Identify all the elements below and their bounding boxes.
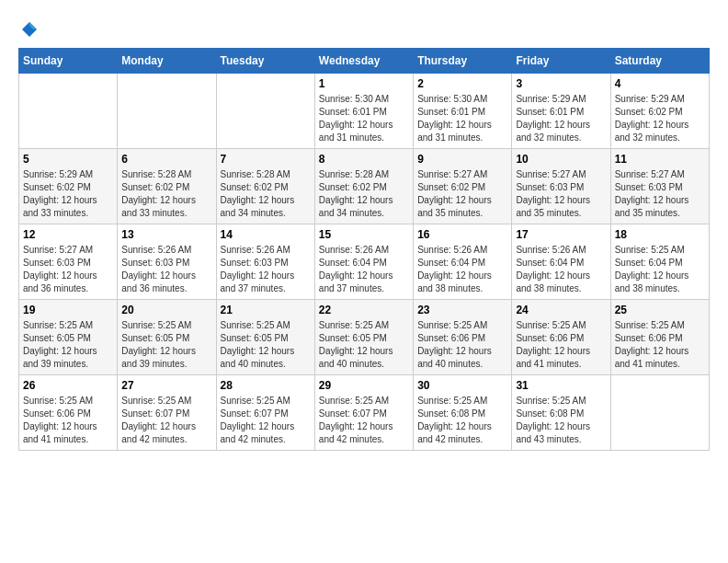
- day-number: 3: [516, 77, 606, 90]
- calendar-cell: 30Sunrise: 5:25 AMSunset: 6:08 PMDayligh…: [414, 374, 512, 450]
- day-info: Sunrise: 5:26 AMSunset: 6:04 PMDaylight:…: [516, 244, 606, 295]
- logo: [18, 18, 39, 39]
- day-info: Sunrise: 5:28 AMSunset: 6:02 PMDaylight:…: [319, 168, 409, 220]
- day-info: Sunrise: 5:30 AMSunset: 6:01 PMDaylight:…: [417, 93, 507, 144]
- weekday-header-tuesday: Tuesday: [216, 48, 314, 73]
- day-number: 20: [121, 304, 211, 316]
- day-number: 12: [23, 228, 113, 241]
- day-info: Sunrise: 5:29 AMSunset: 6:01 PMDaylight:…: [516, 93, 606, 144]
- calendar-cell: 4Sunrise: 5:29 AMSunset: 6:02 PMDaylight…: [610, 73, 709, 148]
- calendar-cell: 7Sunrise: 5:28 AMSunset: 6:02 PMDaylight…: [216, 148, 314, 224]
- calendar-cell: 24Sunrise: 5:25 AMSunset: 6:06 PMDayligh…: [512, 299, 610, 374]
- day-number: 11: [615, 153, 705, 166]
- day-info: Sunrise: 5:25 AMSunset: 6:06 PMDaylight:…: [23, 395, 113, 446]
- day-number: 29: [319, 379, 409, 392]
- day-number: 31: [516, 379, 606, 392]
- day-number: 23: [417, 304, 507, 316]
- calendar-cell: [19, 73, 118, 148]
- calendar-cell: 18Sunrise: 5:25 AMSunset: 6:04 PMDayligh…: [610, 224, 709, 299]
- calendar-cell: 12Sunrise: 5:27 AMSunset: 6:03 PMDayligh…: [19, 224, 118, 299]
- calendar-cell: 17Sunrise: 5:26 AMSunset: 6:04 PMDayligh…: [512, 224, 610, 299]
- calendar-week-5: 26Sunrise: 5:25 AMSunset: 6:06 PMDayligh…: [19, 374, 710, 450]
- calendar-week-2: 5Sunrise: 5:29 AMSunset: 6:02 PMDaylight…: [19, 148, 710, 224]
- day-number: 10: [516, 153, 606, 166]
- day-info: Sunrise: 5:29 AMSunset: 6:02 PMDaylight:…: [23, 168, 113, 220]
- day-info: Sunrise: 5:25 AMSunset: 6:07 PMDaylight:…: [319, 395, 409, 446]
- day-number: 21: [221, 304, 311, 316]
- weekday-header-saturday: Saturday: [610, 48, 709, 73]
- calendar-cell: 2Sunrise: 5:30 AMSunset: 6:01 PMDaylight…: [414, 73, 512, 148]
- day-number: 19: [23, 304, 113, 316]
- calendar-cell: 28Sunrise: 5:25 AMSunset: 6:07 PMDayligh…: [216, 374, 314, 450]
- day-info: Sunrise: 5:26 AMSunset: 6:04 PMDaylight:…: [319, 244, 409, 295]
- day-number: 13: [121, 228, 211, 241]
- day-number: 9: [417, 153, 507, 166]
- calendar-cell: 25Sunrise: 5:25 AMSunset: 6:06 PMDayligh…: [610, 299, 709, 374]
- day-info: Sunrise: 5:27 AMSunset: 6:03 PMDaylight:…: [615, 168, 705, 220]
- calendar-header-row: SundayMondayTuesdayWednesdayThursdayFrid…: [19, 48, 710, 73]
- day-info: Sunrise: 5:25 AMSunset: 6:05 PMDaylight:…: [221, 319, 311, 371]
- calendar-cell: 9Sunrise: 5:27 AMSunset: 6:02 PMDaylight…: [414, 148, 512, 224]
- day-info: Sunrise: 5:28 AMSunset: 6:02 PMDaylight:…: [121, 168, 211, 220]
- calendar-cell: 13Sunrise: 5:26 AMSunset: 6:03 PMDayligh…: [118, 224, 216, 299]
- day-number: 27: [121, 379, 211, 392]
- day-number: 18: [615, 228, 705, 241]
- calendar-cell: 21Sunrise: 5:25 AMSunset: 6:05 PMDayligh…: [216, 299, 314, 374]
- calendar-cell: 14Sunrise: 5:26 AMSunset: 6:03 PMDayligh…: [216, 224, 314, 299]
- calendar-cell: 1Sunrise: 5:30 AMSunset: 6:01 PMDaylight…: [314, 73, 413, 148]
- calendar-cell: [216, 73, 314, 148]
- calendar-table: SundayMondayTuesdayWednesdayThursdayFrid…: [18, 48, 710, 451]
- day-number: 25: [615, 304, 705, 316]
- day-number: 26: [23, 379, 113, 392]
- day-info: Sunrise: 5:25 AMSunset: 6:05 PMDaylight:…: [319, 319, 409, 371]
- day-number: 30: [417, 379, 507, 392]
- calendar-cell: 10Sunrise: 5:27 AMSunset: 6:03 PMDayligh…: [512, 148, 610, 224]
- calendar-cell: 11Sunrise: 5:27 AMSunset: 6:03 PMDayligh…: [610, 148, 709, 224]
- weekday-header-thursday: Thursday: [414, 48, 512, 73]
- day-info: Sunrise: 5:27 AMSunset: 6:03 PMDaylight:…: [23, 244, 113, 295]
- calendar-cell: 6Sunrise: 5:28 AMSunset: 6:02 PMDaylight…: [118, 148, 216, 224]
- day-info: Sunrise: 5:30 AMSunset: 6:01 PMDaylight:…: [319, 93, 409, 144]
- day-number: 16: [417, 228, 507, 241]
- day-info: Sunrise: 5:27 AMSunset: 6:02 PMDaylight:…: [417, 168, 507, 220]
- day-info: Sunrise: 5:25 AMSunset: 6:08 PMDaylight:…: [417, 395, 507, 446]
- calendar-week-3: 12Sunrise: 5:27 AMSunset: 6:03 PMDayligh…: [19, 224, 710, 299]
- calendar-cell: 26Sunrise: 5:25 AMSunset: 6:06 PMDayligh…: [19, 374, 118, 450]
- calendar-week-1: 1Sunrise: 5:30 AMSunset: 6:01 PMDaylight…: [19, 73, 710, 148]
- day-info: Sunrise: 5:25 AMSunset: 6:07 PMDaylight:…: [121, 395, 211, 446]
- calendar-cell: 3Sunrise: 5:29 AMSunset: 6:01 PMDaylight…: [512, 73, 610, 148]
- calendar-cell: 16Sunrise: 5:26 AMSunset: 6:04 PMDayligh…: [414, 224, 512, 299]
- weekday-header-monday: Monday: [118, 48, 216, 73]
- weekday-header-sunday: Sunday: [19, 48, 118, 73]
- calendar-cell: 31Sunrise: 5:25 AMSunset: 6:08 PMDayligh…: [512, 374, 610, 450]
- day-info: Sunrise: 5:26 AMSunset: 6:04 PMDaylight:…: [417, 244, 507, 295]
- day-number: 5: [23, 153, 113, 166]
- day-info: Sunrise: 5:25 AMSunset: 6:05 PMDaylight:…: [23, 319, 113, 371]
- logo-icon: [20, 20, 39, 39]
- day-number: 2: [417, 77, 507, 90]
- day-number: 1: [319, 77, 409, 90]
- day-info: Sunrise: 5:29 AMSunset: 6:02 PMDaylight:…: [615, 93, 705, 144]
- day-number: 7: [221, 153, 311, 166]
- calendar-cell: 5Sunrise: 5:29 AMSunset: 6:02 PMDaylight…: [19, 148, 118, 224]
- weekday-header-friday: Friday: [512, 48, 610, 73]
- day-number: 6: [121, 153, 211, 166]
- day-info: Sunrise: 5:25 AMSunset: 6:07 PMDaylight:…: [221, 395, 311, 446]
- day-number: 17: [516, 228, 606, 241]
- day-number: 14: [221, 228, 311, 241]
- day-info: Sunrise: 5:25 AMSunset: 6:05 PMDaylight:…: [121, 319, 211, 371]
- day-number: 15: [319, 228, 409, 241]
- page-header: [18, 18, 710, 39]
- day-info: Sunrise: 5:25 AMSunset: 6:08 PMDaylight:…: [516, 395, 606, 446]
- calendar-cell: 8Sunrise: 5:28 AMSunset: 6:02 PMDaylight…: [314, 148, 413, 224]
- calendar-cell: 19Sunrise: 5:25 AMSunset: 6:05 PMDayligh…: [19, 299, 118, 374]
- weekday-header-wednesday: Wednesday: [314, 48, 413, 73]
- calendar-cell: 27Sunrise: 5:25 AMSunset: 6:07 PMDayligh…: [118, 374, 216, 450]
- calendar-cell: 22Sunrise: 5:25 AMSunset: 6:05 PMDayligh…: [314, 299, 413, 374]
- day-info: Sunrise: 5:27 AMSunset: 6:03 PMDaylight:…: [516, 168, 606, 220]
- calendar-cell: 23Sunrise: 5:25 AMSunset: 6:06 PMDayligh…: [414, 299, 512, 374]
- day-number: 4: [615, 77, 705, 90]
- calendar-cell: [610, 374, 709, 450]
- day-info: Sunrise: 5:25 AMSunset: 6:04 PMDaylight:…: [615, 244, 705, 295]
- calendar-cell: 29Sunrise: 5:25 AMSunset: 6:07 PMDayligh…: [314, 374, 413, 450]
